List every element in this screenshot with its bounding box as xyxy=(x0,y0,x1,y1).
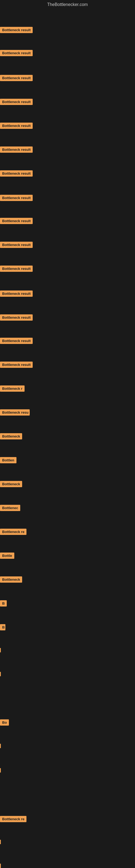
bottleneck-badge: Bottleneck result xyxy=(0,195,33,201)
bottleneck-badge: B xyxy=(0,624,5,630)
bottleneck-line xyxy=(0,840,1,844)
bottleneck-badge: Bottlenec xyxy=(0,505,20,511)
bottleneck-line xyxy=(0,864,1,868)
bottleneck-result-item: Bottleneck result xyxy=(0,123,33,130)
bottleneck-line xyxy=(0,672,1,676)
bottleneck-result-item: Bottleneck result xyxy=(0,266,33,273)
bottleneck-result-item: Bottleneck result xyxy=(0,218,33,225)
bottleneck-result-item: Bottleneck result xyxy=(0,338,33,345)
bottleneck-result-item: Bottleneck resu xyxy=(0,409,30,416)
bottleneck-badge: Bottleneck re xyxy=(0,529,27,535)
bottleneck-result-item: Bottleneck result xyxy=(0,147,33,154)
bottleneck-badge: Bottleneck result xyxy=(0,75,33,81)
bottleneck-badge: Bottleneck result xyxy=(0,242,33,248)
bottleneck-result-item: Bottlen xyxy=(0,457,16,464)
bottleneck-result-item xyxy=(0,744,1,748)
bottleneck-badge: Bottleneck xyxy=(0,577,22,583)
bottleneck-result-item xyxy=(0,864,1,868)
bottleneck-result-item xyxy=(0,768,1,773)
bottleneck-line xyxy=(0,768,1,773)
bottleneck-badge: Bottleneck result xyxy=(0,266,33,272)
bottleneck-result-item: Bottleneck result xyxy=(0,195,33,202)
bottleneck-result-item: B xyxy=(0,624,5,631)
bottleneck-badge: Bottleneck xyxy=(0,433,22,439)
bottleneck-result-item xyxy=(0,840,1,844)
bottleneck-result-item: Bottleneck result xyxy=(0,314,33,322)
bottleneck-badge: Bottleneck result xyxy=(0,170,33,177)
bottleneck-result-item: Bottleneck result xyxy=(0,242,33,249)
bottleneck-result-item: Bottleneck result xyxy=(0,27,33,34)
bottleneck-badge: Bottleneck result xyxy=(0,147,33,153)
bottleneck-badge: Bottleneck result xyxy=(0,99,33,105)
bottleneck-badge: Bottleneck result xyxy=(0,50,33,56)
bottleneck-result-item: Bottleneck result xyxy=(0,290,33,298)
bottleneck-badge: Bottleneck result xyxy=(0,362,33,368)
bottleneck-badge: Bottleneck resu xyxy=(0,409,30,415)
bottleneck-badge: Bottleneck result xyxy=(0,123,33,129)
bottleneck-badge: Bottleneck r xyxy=(0,385,25,392)
bottleneck-badge: Bottlen xyxy=(0,457,16,463)
bottleneck-result-item: Bottleneck re xyxy=(0,816,27,823)
bottleneck-result-item: Bottleneck re xyxy=(0,529,27,536)
site-title: TheBottlenecker.com xyxy=(0,0,135,9)
bottleneck-result-item: Bottleneck result xyxy=(0,99,33,106)
bottleneck-result-item: Bottleneck xyxy=(0,433,22,440)
bottleneck-result-item: Bo xyxy=(0,719,9,727)
bottleneck-badge: Bottle xyxy=(0,553,14,559)
bottleneck-result-item: Bottle xyxy=(0,553,14,560)
bottleneck-result-item: Bottleneck result xyxy=(0,50,33,57)
bottleneck-result-item: Bottleneck xyxy=(0,577,22,584)
bottleneck-result-item xyxy=(0,672,1,676)
bottleneck-badge: B xyxy=(0,600,7,607)
bottleneck-badge: Bottleneck result xyxy=(0,338,33,344)
bottleneck-result-item: Bottleneck result xyxy=(0,170,33,178)
bottleneck-result-item: Bottleneck r xyxy=(0,385,25,393)
bottleneck-result-item: Bottleneck xyxy=(0,481,22,488)
bottleneck-result-item xyxy=(0,648,1,652)
bottleneck-badge: Bottleneck result xyxy=(0,218,33,224)
bottleneck-result-item: Bottleneck result xyxy=(0,362,33,369)
bottleneck-badge: Bottleneck result xyxy=(0,27,33,33)
bottleneck-badge: Bo xyxy=(0,719,9,725)
bottleneck-line xyxy=(0,648,1,652)
bottleneck-result-item: B xyxy=(0,600,7,608)
bottleneck-result-item: Bottleneck result xyxy=(0,75,33,82)
bottleneck-badge: Bottleneck result xyxy=(0,290,33,297)
bottleneck-line xyxy=(0,744,1,748)
bottleneck-badge: Bottleneck xyxy=(0,481,22,487)
bottleneck-result-item: Bottlenec xyxy=(0,505,20,512)
bottleneck-badge: Bottleneck re xyxy=(0,816,27,822)
bottleneck-badge: Bottleneck result xyxy=(0,314,33,321)
